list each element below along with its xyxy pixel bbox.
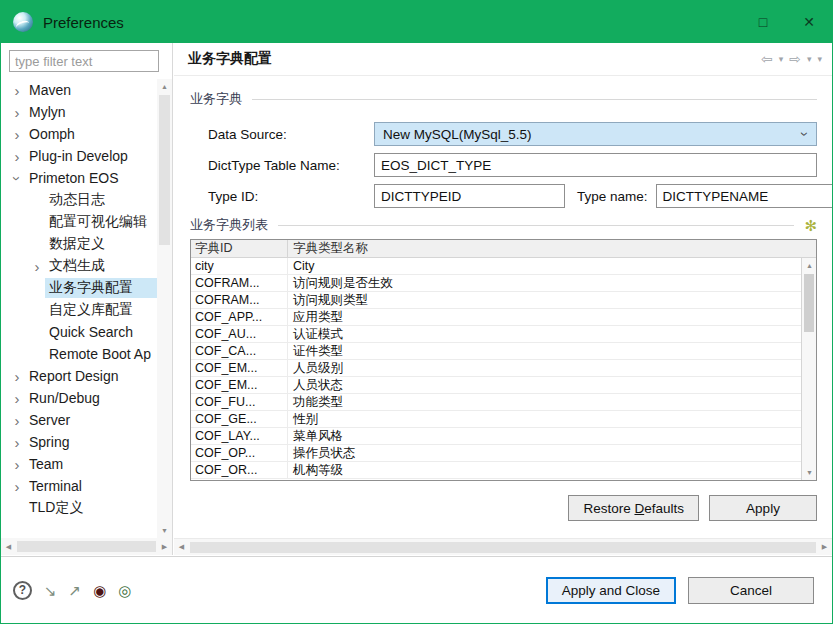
apply-button[interactable]: Apply [709, 495, 817, 521]
tree-item-run-debug[interactable]: ›Run/Debug [1, 387, 157, 409]
content-horizontal-scrollbar[interactable]: ◀ ▶ [174, 538, 832, 555]
tree-horizontal-scrollbar[interactable]: ◀ ▶ [1, 538, 172, 555]
cancel-button[interactable]: Cancel [688, 577, 814, 604]
chevron-collapsed-icon[interactable]: › [9, 83, 25, 98]
table-row[interactable]: COF_OR...机构等级 [191, 462, 801, 479]
preferences-nav-panel: ›Maven ›Mylyn ›Oomph ›Plug-in Develop ›P… [1, 43, 173, 555]
chevron-collapsed-icon[interactable]: › [9, 457, 25, 472]
chevron-collapsed-icon[interactable]: › [9, 369, 25, 384]
type-id-input[interactable] [374, 184, 565, 208]
tree-item-quick-search[interactable]: Quick Search [1, 321, 157, 343]
section-label: 业务字典 [190, 90, 242, 108]
data-source-label: Data Source: [208, 127, 374, 142]
scroll-right-icon[interactable]: ▶ [157, 538, 172, 555]
section-business-dict: 业务字典 [190, 90, 817, 108]
table-name-input[interactable] [374, 153, 817, 177]
column-header-dict-type-name[interactable]: 字典类型名称 [288, 240, 816, 257]
chevron-collapsed-icon[interactable]: › [9, 391, 25, 406]
scroll-down-icon[interactable]: ▼ [802, 465, 817, 480]
table-row[interactable]: COF_FU...功能类型 [191, 394, 801, 411]
chevron-collapsed-icon[interactable]: › [9, 435, 25, 450]
section-divider [278, 225, 794, 226]
chevron-collapsed-icon[interactable]: › [9, 127, 25, 142]
chevron-collapsed-icon[interactable]: › [9, 479, 25, 494]
table-row[interactable]: COF_LAY...菜单风格 [191, 428, 801, 445]
tree-item-config-visual-editor[interactable]: 配置可视化编辑 [1, 211, 157, 233]
scroll-up-icon[interactable]: ▲ [802, 258, 817, 273]
view-menu-icon[interactable]: ▾ [817, 54, 822, 64]
help-icon[interactable]: ? [13, 581, 32, 600]
refresh-icon[interactable]: ✻ [804, 218, 817, 233]
column-header-dict-id[interactable]: 字典ID [191, 240, 288, 257]
forward-icon[interactable]: ⇨ [789, 51, 801, 67]
table-row[interactable]: COF_OP...操作员状态 [191, 445, 801, 462]
tree-item-doc-generation[interactable]: ›文档生成 [1, 255, 157, 277]
window-controls: □ ✕ [740, 1, 832, 43]
scrollbar-thumb[interactable] [159, 95, 170, 245]
scrollbar-thumb[interactable] [190, 542, 816, 553]
apply-and-close-button[interactable]: Apply and Close [546, 577, 676, 604]
data-source-select[interactable]: New MySQL(MySql_5.5) › [374, 122, 817, 146]
dict-form: Data Source: New MySQL(MySql_5.5) › Dict… [208, 122, 817, 208]
tree-item-oomph[interactable]: ›Oomph [1, 123, 157, 145]
tree-item-report-design[interactable]: ›Report Design [1, 365, 157, 387]
table-row[interactable]: COFRAM...访问规则类型 [191, 292, 801, 309]
table-row[interactable]: cityCity [191, 258, 801, 275]
close-button[interactable]: ✕ [786, 1, 832, 43]
scroll-left-icon[interactable]: ◀ [174, 539, 189, 556]
dict-table: 字典ID 字典类型名称 cityCity COFRAM...访问规则是否生效 C… [190, 239, 817, 481]
tree-item-terminal[interactable]: ›Terminal [1, 475, 157, 497]
tree-item-remote-boot[interactable]: Remote Boot Ap [1, 343, 157, 365]
chevron-collapsed-icon[interactable]: › [29, 259, 45, 274]
tree-item-spring[interactable]: ›Spring [1, 431, 157, 453]
chevron-collapsed-icon[interactable]: › [9, 413, 25, 428]
table-row[interactable]: COF_APP...应用类型 [191, 309, 801, 326]
tree-item-primeton-eos[interactable]: ›Primeton EOS [1, 167, 157, 189]
dict-table-header: 字典ID 字典类型名称 [191, 240, 816, 258]
chevron-collapsed-icon[interactable]: › [9, 149, 25, 164]
scrollbar-thumb[interactable] [804, 274, 814, 332]
tree-item-tld-definition[interactable]: TLD定义 [1, 497, 157, 519]
table-row[interactable]: COF_AU...认证模式 [191, 326, 801, 343]
chevron-collapsed-icon[interactable]: › [9, 105, 25, 120]
tree-item-server[interactable]: ›Server [1, 409, 157, 431]
table-row[interactable]: COFRAM...访问规则是否生效 [191, 275, 801, 292]
scrollbar-thumb[interactable] [17, 541, 156, 552]
scroll-left-icon[interactable]: ◀ [1, 538, 16, 555]
table-vertical-scrollbar[interactable]: ▲ ▼ [801, 258, 816, 480]
section-dict-list: 业务字典列表 ✻ [190, 216, 817, 234]
recorder-settings-icon[interactable]: ◎ [118, 583, 131, 598]
maximize-button[interactable]: □ [740, 1, 786, 43]
tree-item-custom-lib-config[interactable]: 自定义库配置 [1, 299, 157, 321]
filter-input[interactable] [9, 50, 159, 72]
chevron-expanded-icon[interactable]: › [10, 170, 25, 186]
preferences-tree: ›Maven ›Mylyn ›Oomph ›Plug-in Develop ›P… [1, 79, 157, 538]
tree-item-mylyn[interactable]: ›Mylyn [1, 101, 157, 123]
table-row[interactable]: COF_EM...人员状态 [191, 377, 801, 394]
back-dropdown-icon[interactable]: ▾ [779, 54, 784, 64]
tree-item-dynamic-log[interactable]: 动态日志 [1, 189, 157, 211]
tree-item-data-definition[interactable]: 数据定义 [1, 233, 157, 255]
preference-recorder-icon[interactable]: ◉ [93, 583, 106, 598]
table-row[interactable]: COF_EM...人员级别 [191, 360, 801, 377]
close-icon: ✕ [803, 14, 815, 30]
export-preferences-icon[interactable]: ↗ [69, 583, 82, 598]
scroll-right-icon[interactable]: ▶ [817, 539, 832, 556]
scroll-down-icon[interactable]: ▼ [157, 523, 172, 538]
type-name-input[interactable] [656, 184, 832, 208]
tree-vertical-scrollbar[interactable]: ▲ ▼ [157, 79, 172, 538]
back-icon[interactable]: ⇦ [761, 51, 773, 67]
restore-defaults-button[interactable]: Restore Defaults [568, 495, 699, 521]
import-preferences-icon[interactable]: ↘ [44, 583, 57, 598]
tree-item-maven[interactable]: ›Maven [1, 79, 157, 101]
window-title: Preferences [43, 14, 124, 31]
table-row[interactable]: COF_GE...性别 [191, 411, 801, 428]
forward-dropdown-icon[interactable]: ▾ [807, 54, 812, 64]
tree-item-team[interactable]: ›Team [1, 453, 157, 475]
tree-item-business-dict-config[interactable]: 业务字典配置 [1, 277, 157, 299]
tree-item-plugin-development[interactable]: ›Plug-in Develop [1, 145, 157, 167]
table-row[interactable]: COF_CA...证件类型 [191, 343, 801, 360]
page-title: 业务字典配置 [188, 50, 272, 68]
scroll-up-icon[interactable]: ▲ [157, 79, 172, 94]
footer-button-row: Apply and Close Cancel [546, 577, 814, 604]
